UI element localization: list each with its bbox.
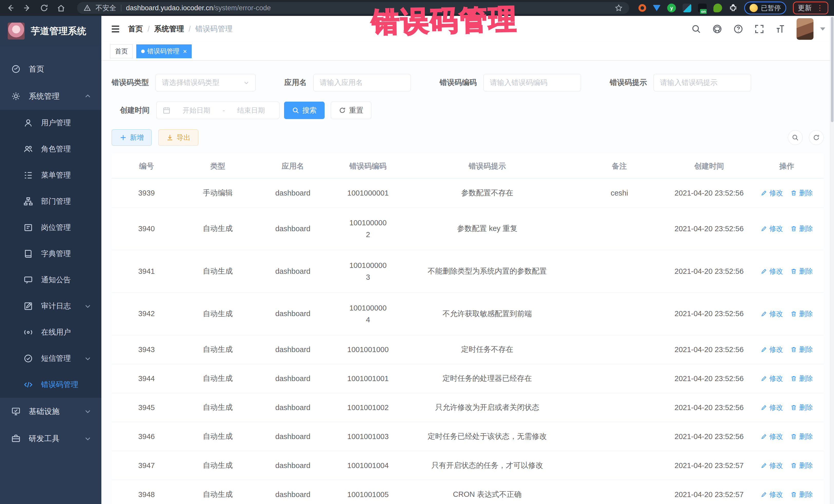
cell-id: 3946 xyxy=(112,422,181,451)
delete-link[interactable]: 删除 xyxy=(790,432,813,441)
page-scrollbar[interactable] xyxy=(830,16,834,504)
delete-link[interactable]: 删除 xyxy=(790,224,813,233)
edit-link[interactable]: 修改 xyxy=(761,403,783,412)
sidebar-item-system[interactable]: 系统管理 xyxy=(0,83,101,110)
edit-link[interactable]: 修改 xyxy=(761,432,783,441)
cell-id: 3945 xyxy=(112,393,181,422)
edit-link[interactable]: 修改 xyxy=(761,188,783,198)
table-row: 3947 自动生成 dashboard 1001001004 只有开启状态的任务… xyxy=(112,451,824,480)
extension-icon-grid[interactable] xyxy=(683,4,691,12)
browser-reload-icon[interactable] xyxy=(40,3,49,13)
paused-extension-badge[interactable]: 已暂停 xyxy=(744,2,786,14)
trash-icon xyxy=(790,225,797,232)
edit-link[interactable]: 修改 xyxy=(761,345,783,354)
sidebar-item-infrastructure[interactable]: 基础设施 xyxy=(0,398,101,425)
sidebar-item-dictionary[interactable]: 字典管理 xyxy=(0,241,101,267)
browser-forward-icon[interactable] xyxy=(23,3,32,13)
extensions-puzzle-icon[interactable] xyxy=(729,4,738,12)
tag-close-icon[interactable]: × xyxy=(183,48,187,54)
sidebar-toggle-icon[interactable] xyxy=(110,24,121,35)
show-search-button[interactable] xyxy=(788,130,803,145)
delete-link[interactable]: 删除 xyxy=(790,309,813,319)
reset-button[interactable]: 重置 xyxy=(331,102,371,119)
extension-icon-green-y[interactable]: y xyxy=(667,4,676,12)
cell-remark xyxy=(570,451,668,480)
cell-type: 自动生成 xyxy=(181,451,254,480)
browser-update-button[interactable]: 更新 ⋮ xyxy=(793,2,828,14)
sidebar-item-audit-logs[interactable]: 审计日志 xyxy=(0,293,101,319)
browser-back-icon[interactable] xyxy=(6,3,15,13)
delete-link[interactable]: 删除 xyxy=(790,403,813,412)
sidebar-item-dev-tools[interactable]: 研发工具 xyxy=(0,425,101,452)
error-code-input[interactable] xyxy=(490,79,575,87)
gear-icon xyxy=(11,92,21,101)
sidebar-item-notices[interactable]: 通知公告 xyxy=(0,267,101,293)
cell-ops: 修改 删除 xyxy=(750,364,824,393)
col-header-app: 应用名 xyxy=(254,153,332,178)
sidebar-item-error-codes[interactable]: 错误码管理 xyxy=(0,372,101,398)
github-icon[interactable] xyxy=(712,24,722,34)
cell-ops: 修改 删除 xyxy=(750,393,824,422)
cell-remark xyxy=(570,207,668,250)
edit-pencil-icon xyxy=(761,375,767,382)
delete-link[interactable]: 删除 xyxy=(790,345,813,354)
refresh-table-button[interactable] xyxy=(809,130,824,145)
search-icon[interactable] xyxy=(691,24,701,34)
sidebar-item-sms[interactable]: 短信管理 xyxy=(0,345,101,372)
search-button[interactable]: 搜索 xyxy=(284,102,325,119)
sidebar-item-roles[interactable]: 角色管理 xyxy=(0,136,101,162)
tag-home[interactable]: 首页 xyxy=(110,44,133,58)
screen: 不安全 dashboard.yudao.iocoder.cn/system/er… xyxy=(0,0,834,504)
cell-app: dashboard xyxy=(254,451,332,480)
sidebar-item-departments[interactable]: 部门管理 xyxy=(0,188,101,215)
filter-row-2: 创建时间 开始日期 - 结束日期 搜索 重置 xyxy=(112,102,824,119)
tag-error-codes[interactable]: 错误码管理 × xyxy=(136,44,192,58)
sidebar-item-users[interactable]: 用户管理 xyxy=(0,110,101,136)
browser-menu-icon[interactable]: ⋮ xyxy=(816,4,824,12)
delete-link[interactable]: 删除 xyxy=(790,490,813,499)
edit-link[interactable]: 修改 xyxy=(761,490,783,499)
app-name-input[interactable] xyxy=(320,79,404,87)
breadcrumb-home[interactable]: 首页 xyxy=(128,24,143,34)
edit-link[interactable]: 修改 xyxy=(761,374,783,383)
delete-link[interactable]: 删除 xyxy=(790,267,813,276)
fullscreen-icon[interactable] xyxy=(754,24,764,34)
browser-home-icon[interactable] xyxy=(57,3,66,13)
delete-link[interactable]: 删除 xyxy=(790,461,813,470)
error-type-select[interactable]: 请选择错误码类型 xyxy=(155,74,256,91)
breadcrumb-system[interactable]: 系统管理 xyxy=(154,24,184,34)
table-toolbar: 新增 导出 xyxy=(112,129,824,146)
delete-link[interactable]: 删除 xyxy=(790,188,813,198)
add-button[interactable]: 新增 xyxy=(112,129,152,146)
edit-link[interactable]: 修改 xyxy=(761,267,783,276)
trash-icon xyxy=(790,375,797,382)
help-icon[interactable] xyxy=(733,24,743,34)
text-size-icon[interactable] xyxy=(775,24,785,34)
avatar-caret-down-icon[interactable] xyxy=(820,27,825,30)
export-button[interactable]: 导出 xyxy=(158,129,198,146)
cell-remark xyxy=(570,335,668,364)
bookmark-star-icon[interactable] xyxy=(615,4,622,12)
sidebar-item-home[interactable]: 首页 xyxy=(0,56,101,83)
emoji-face-icon xyxy=(750,4,758,12)
cell-app: dashboard xyxy=(254,178,332,207)
cell-ops: 修改 删除 xyxy=(750,250,824,292)
sidebar-item-menus[interactable]: 菜单管理 xyxy=(0,162,101,188)
extension-icon-gem[interactable] xyxy=(653,5,660,11)
delete-link[interactable]: 删除 xyxy=(790,374,813,383)
sidebar-item-online-users[interactable]: 在线用户 xyxy=(0,319,101,345)
edit-link[interactable]: 修改 xyxy=(761,461,783,470)
col-header-type: 类型 xyxy=(181,153,254,178)
extension-icon-leaf[interactable] xyxy=(714,4,722,12)
edit-link[interactable]: 修改 xyxy=(761,309,783,319)
address-bar[interactable]: 不安全 dashboard.yudao.iocoder.cn/system/er… xyxy=(77,2,629,14)
create-time-range-picker[interactable]: 开始日期 - 结束日期 xyxy=(156,102,280,119)
scrollbar-thumb[interactable] xyxy=(831,17,833,122)
error-tip-input[interactable] xyxy=(660,79,745,87)
sidebar-item-posts[interactable]: 岗位管理 xyxy=(0,215,101,241)
app-logo-row: 芋道管理系统 xyxy=(0,16,101,46)
extension-icon-on-badge[interactable] xyxy=(698,4,707,12)
edit-link[interactable]: 修改 xyxy=(761,224,783,233)
extension-icon-orange[interactable] xyxy=(638,4,646,12)
user-avatar[interactable] xyxy=(796,18,813,40)
